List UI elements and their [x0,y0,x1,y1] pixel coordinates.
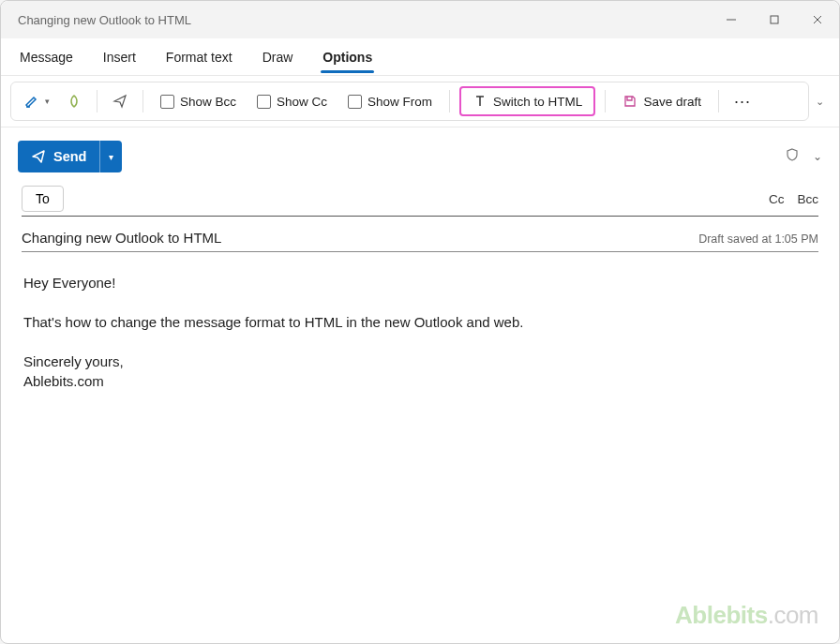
ribbon-expand-button[interactable]: ⌄ [809,96,830,108]
cc-toggle[interactable]: Cc [769,192,785,206]
send-row: Send ▾ ⌄ [18,141,822,172]
body-main: That's how to change the message format … [23,312,817,333]
body-signature: Ablebits.com [23,373,104,389]
tab-insert[interactable]: Insert [101,42,138,72]
checkbox-icon [348,95,362,109]
show-from-toggle[interactable]: Show From [340,91,440,112]
minimize-icon [724,12,739,27]
show-cc-label: Show Cc [277,95,327,109]
save-draft-button[interactable]: Save draft [615,90,709,112]
body-closing: Sincerely yours, [23,353,124,369]
chevron-down-icon: ▾ [109,152,113,162]
chevron-down-icon: ⌄ [816,96,824,108]
close-icon [810,12,825,27]
titlebar: Changing new Outlook to HTML [1,1,839,38]
window-title: Changing new Outlook to HTML [18,13,191,27]
maximize-button[interactable] [753,1,796,38]
send-label: Send [53,149,86,164]
show-bcc-label: Show Bcc [180,95,236,109]
window-controls [710,1,839,38]
switch-html-label: Switch to HTML [493,95,582,109]
tab-format-text[interactable]: Format text [164,42,234,72]
to-button[interactable]: To [22,186,64,212]
shield-icon [785,147,800,162]
minimize-button[interactable] [710,1,753,38]
subject-input[interactable]: Changing new Outlook to HTML [22,230,221,246]
checkbox-icon [160,95,174,109]
body-greeting: Hey Everyone! [23,273,817,293]
recipients-row: To Cc Bcc [22,186,818,217]
app-window: Changing new Outlook to HTML Message Ins… [0,0,840,644]
compose-pane: Send ▾ ⌄ To Cc Bcc [1,127,839,643]
chevron-down-icon: ▾ [45,97,50,106]
message-body[interactable]: Hey Everyone! That's how to change the m… [18,273,822,391]
text-icon [472,94,488,109]
to-input[interactable] [77,187,756,210]
send-icon [31,149,46,164]
show-cc-toggle[interactable]: Show Cc [249,91,335,112]
encrypt-button[interactable] [61,90,87,112]
checkbox-icon [257,95,271,109]
plane-icon [112,94,128,109]
send-button-group: Send ▾ [18,141,122,172]
cc-bcc-toggles: Cc Bcc [769,192,818,206]
show-from-label: Show From [368,95,432,109]
switch-to-html-button[interactable]: Switch to HTML [459,86,595,116]
compose-header-controls: ⌄ [785,147,822,166]
ellipsis-icon: ··· [734,93,751,110]
tab-options[interactable]: Options [321,42,374,72]
sensitivity-button[interactable] [785,147,800,166]
bcc-toggle[interactable]: Bcc [797,192,818,206]
ribbon-container: ▾ Show Bcc Show Cc Show From [1,76,839,127]
send-button[interactable]: Send [18,141,99,172]
show-bcc-toggle[interactable]: Show Bcc [153,91,244,112]
pen-icon [24,94,39,109]
maximize-icon [767,12,782,27]
leaf-icon [67,94,82,109]
chevron-down-icon: ⌄ [813,150,822,163]
more-options-button[interactable]: ··· [728,89,757,113]
svg-rect-1 [771,16,778,23]
save-draft-label: Save draft [643,95,701,109]
ribbon: ▾ Show Bcc Show Cc Show From [10,82,809,121]
close-button[interactable] [796,1,839,38]
tab-message[interactable]: Message [18,42,75,72]
send-options-button[interactable]: ▾ [99,141,122,172]
signature-button[interactable]: ▾ [19,90,55,112]
ribbon-tabs: Message Insert Format text Draw Options [1,38,839,76]
save-icon [622,94,638,109]
request-receipt-button[interactable] [107,90,133,112]
draft-status: Draft saved at 1:05 PM [698,232,818,246]
expand-header-button[interactable]: ⌄ [813,150,822,163]
tab-draw[interactable]: Draw [261,42,295,72]
subject-row: Changing new Outlook to HTML Draft saved… [22,230,818,252]
